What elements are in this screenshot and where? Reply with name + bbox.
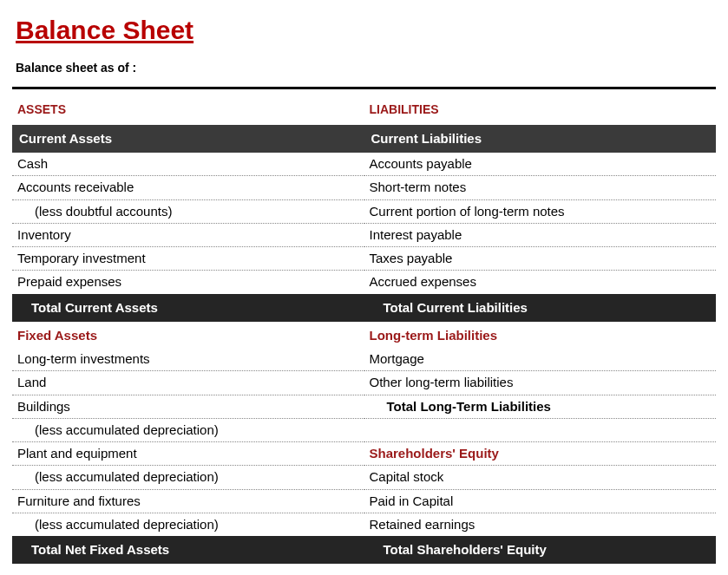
table-row: Interest payable bbox=[364, 223, 717, 246]
total-current-assets: Total Current Assets bbox=[12, 294, 364, 322]
table-row: Retained earnings bbox=[364, 513, 717, 536]
table-row: Inventory bbox=[12, 223, 364, 246]
table-row: Land bbox=[12, 371, 364, 395]
table-row: Other long-term liabilities bbox=[364, 371, 717, 395]
total-shareholders-equity: Total Shareholders' Equity bbox=[364, 536, 717, 564]
table-row: (less accumulated depreciation) bbox=[12, 513, 364, 536]
current-assets-label: Current Assets bbox=[12, 125, 364, 153]
table-row bbox=[364, 418, 717, 441]
table-row: (less doubtful accounts) bbox=[12, 199, 364, 223]
balance-sheet-table: ASSETS LIABILITIES Current Assets Curren… bbox=[12, 98, 716, 575]
table-row: Furniture and fixtures bbox=[12, 489, 364, 513]
table-row: Mortgage bbox=[364, 348, 717, 371]
table-row: Long-term investments bbox=[12, 348, 364, 371]
table-row: Buildings bbox=[12, 395, 364, 418]
table-row: Plant and equipment bbox=[12, 442, 364, 466]
divider bbox=[12, 87, 716, 89]
table-row: Prepaid expenses bbox=[12, 271, 364, 294]
table-row: Capital stock bbox=[364, 466, 717, 489]
page-title: Balance Sheet bbox=[16, 16, 716, 45]
table-row: (less accumulated depreciation) bbox=[12, 418, 364, 441]
longterm-liabilities-heading: Long-term Liabilities bbox=[364, 322, 717, 348]
table-row: Temporary investment bbox=[12, 247, 364, 271]
table-row: Paid in Capital bbox=[364, 489, 717, 513]
table-row: Accounts payable bbox=[364, 153, 717, 176]
asof-label: Balance sheet as of : bbox=[16, 61, 716, 75]
table-row: Accrued expenses bbox=[364, 271, 717, 294]
table-row: Taxes payable bbox=[364, 247, 717, 271]
liabilities-heading: LIABILITIES bbox=[364, 98, 717, 125]
total-current-liabilities: Total Current Liabilities bbox=[364, 294, 717, 322]
total-longterm-liabilities: Total Long-Term Liabilities bbox=[364, 395, 717, 418]
table-row: Cash bbox=[12, 153, 364, 176]
assets-heading: ASSETS bbox=[12, 98, 364, 125]
table-row: Short-term notes bbox=[364, 176, 717, 199]
table-row: (less accumulated depreciation) bbox=[12, 466, 364, 489]
current-liabilities-label: Current Liabilities bbox=[364, 125, 717, 153]
fixed-assets-heading: Fixed Assets bbox=[12, 322, 364, 348]
table-row: Current portion of long-term notes bbox=[364, 199, 717, 223]
total-net-fixed-assets: Total Net Fixed Assets bbox=[12, 536, 364, 564]
shareholders-equity-heading: Shareholders' Equity bbox=[364, 442, 717, 466]
table-row: Accounts receivable bbox=[12, 176, 364, 199]
